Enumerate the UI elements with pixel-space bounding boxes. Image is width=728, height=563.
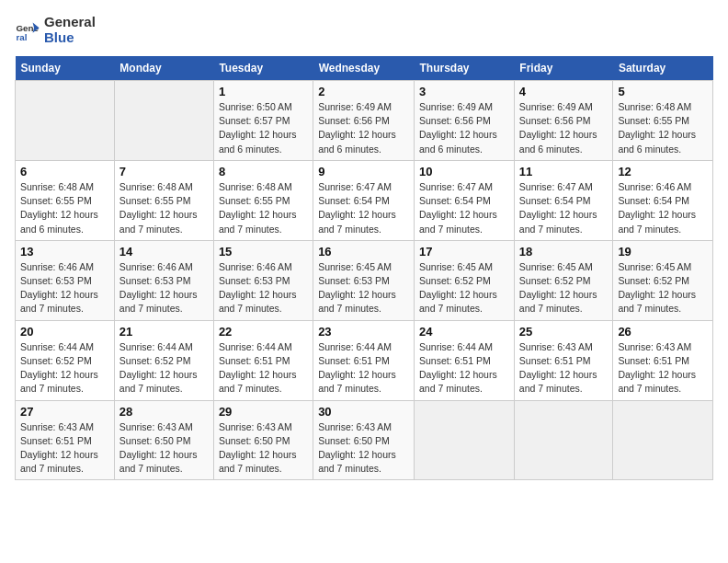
day-detail: Sunrise: 6:46 AM Sunset: 6:53 PM Dayligh… — [20, 260, 109, 316]
day-cell: 3Sunrise: 6:49 AM Sunset: 6:56 PM Daylig… — [415, 81, 515, 161]
day-number: 8 — [219, 165, 308, 178]
day-detail: Sunrise: 6:43 AM Sunset: 6:50 PM Dayligh… — [119, 420, 209, 477]
day-number: 2 — [318, 85, 409, 98]
day-cell: 6Sunrise: 6:48 AM Sunset: 6:55 PM Daylig… — [16, 160, 115, 240]
day-detail: Sunrise: 6:44 AM Sunset: 6:51 PM Dayligh… — [318, 340, 409, 396]
weekday-header-saturday: Saturday — [613, 56, 713, 81]
day-cell: 22Sunrise: 6:44 AM Sunset: 6:51 PM Dayli… — [213, 320, 313, 400]
day-number: 28 — [119, 405, 209, 419]
logo-general: General — [44, 15, 96, 30]
logo-icon: Gene ral — [15, 17, 40, 43]
day-detail: Sunrise: 6:43 AM Sunset: 6:51 PM Dayligh… — [519, 340, 609, 396]
day-cell: 19Sunrise: 6:45 AM Sunset: 6:52 PM Dayli… — [613, 240, 713, 320]
day-detail: Sunrise: 6:44 AM Sunset: 6:51 PM Dayligh… — [419, 340, 509, 396]
day-number: 4 — [519, 85, 609, 98]
logo-blue: Blue — [44, 30, 96, 46]
day-detail: Sunrise: 6:48 AM Sunset: 6:55 PM Dayligh… — [119, 180, 209, 236]
day-detail: Sunrise: 6:46 AM Sunset: 6:53 PM Dayligh… — [119, 260, 209, 316]
week-row-2: 6Sunrise: 6:48 AM Sunset: 6:55 PM Daylig… — [16, 160, 713, 240]
day-detail: Sunrise: 6:49 AM Sunset: 6:56 PM Dayligh… — [519, 100, 609, 156]
day-number: 23 — [318, 325, 409, 339]
day-number: 22 — [219, 325, 308, 339]
day-detail: Sunrise: 6:47 AM Sunset: 6:54 PM Dayligh… — [419, 180, 509, 236]
day-detail: Sunrise: 6:46 AM Sunset: 6:54 PM Dayligh… — [618, 180, 708, 236]
svg-text:ral: ral — [16, 32, 27, 42]
day-cell: 17Sunrise: 6:45 AM Sunset: 6:52 PM Dayli… — [415, 240, 515, 320]
day-detail: Sunrise: 6:48 AM Sunset: 6:55 PM Dayligh… — [20, 180, 109, 236]
day-detail: Sunrise: 6:45 AM Sunset: 6:52 PM Dayligh… — [618, 260, 708, 316]
day-detail: Sunrise: 6:45 AM Sunset: 6:52 PM Dayligh… — [519, 260, 609, 316]
day-cell: 1Sunrise: 6:50 AM Sunset: 6:57 PM Daylig… — [213, 81, 313, 161]
day-number: 21 — [119, 325, 209, 339]
day-number: 17 — [419, 245, 509, 259]
day-number: 20 — [20, 325, 109, 339]
day-cell: 25Sunrise: 6:43 AM Sunset: 6:51 PM Dayli… — [514, 320, 613, 400]
day-cell: 2Sunrise: 6:49 AM Sunset: 6:56 PM Daylig… — [313, 81, 415, 161]
week-row-4: 20Sunrise: 6:44 AM Sunset: 6:52 PM Dayli… — [16, 320, 713, 400]
day-cell: 15Sunrise: 6:46 AM Sunset: 6:53 PM Dayli… — [213, 240, 313, 320]
day-cell: 21Sunrise: 6:44 AM Sunset: 6:52 PM Dayli… — [114, 320, 213, 400]
day-cell: 29Sunrise: 6:43 AM Sunset: 6:50 PM Dayli… — [213, 400, 313, 480]
day-cell: 12Sunrise: 6:46 AM Sunset: 6:54 PM Dayli… — [613, 160, 713, 240]
day-detail: Sunrise: 6:45 AM Sunset: 6:53 PM Dayligh… — [318, 260, 409, 316]
day-cell — [114, 81, 213, 161]
day-detail: Sunrise: 6:49 AM Sunset: 6:56 PM Dayligh… — [419, 100, 509, 156]
day-number: 5 — [618, 85, 708, 98]
weekday-header-thursday: Thursday — [415, 56, 515, 81]
day-number: 26 — [618, 325, 708, 339]
day-number: 25 — [519, 325, 609, 339]
day-cell — [514, 400, 613, 480]
week-row-3: 13Sunrise: 6:46 AM Sunset: 6:53 PM Dayli… — [16, 240, 713, 320]
day-detail: Sunrise: 6:48 AM Sunset: 6:55 PM Dayligh… — [618, 100, 708, 156]
weekday-header-wednesday: Wednesday — [313, 56, 415, 81]
day-number: 13 — [20, 245, 109, 259]
day-detail: Sunrise: 6:43 AM Sunset: 6:51 PM Dayligh… — [20, 420, 109, 477]
day-cell: 10Sunrise: 6:47 AM Sunset: 6:54 PM Dayli… — [415, 160, 515, 240]
day-detail: Sunrise: 6:47 AM Sunset: 6:54 PM Dayligh… — [318, 180, 409, 236]
day-cell: 26Sunrise: 6:43 AM Sunset: 6:51 PM Dayli… — [613, 320, 713, 400]
weekday-header-sunday: Sunday — [16, 56, 115, 81]
day-number: 19 — [618, 245, 708, 259]
day-cell: 4Sunrise: 6:49 AM Sunset: 6:56 PM Daylig… — [514, 81, 613, 161]
logo: Gene ral General Blue — [15, 15, 96, 45]
day-detail: Sunrise: 6:45 AM Sunset: 6:52 PM Dayligh… — [419, 260, 509, 316]
day-number: 16 — [318, 245, 409, 259]
day-cell: 24Sunrise: 6:44 AM Sunset: 6:51 PM Dayli… — [415, 320, 515, 400]
day-cell: 27Sunrise: 6:43 AM Sunset: 6:51 PM Dayli… — [16, 400, 115, 480]
day-number: 9 — [318, 165, 409, 178]
day-detail: Sunrise: 6:49 AM Sunset: 6:56 PM Dayligh… — [318, 100, 409, 156]
day-number: 7 — [119, 165, 209, 178]
day-cell: 28Sunrise: 6:43 AM Sunset: 6:50 PM Dayli… — [114, 400, 213, 480]
day-number: 29 — [219, 405, 308, 419]
day-detail: Sunrise: 6:44 AM Sunset: 6:52 PM Dayligh… — [119, 340, 209, 396]
day-cell: 23Sunrise: 6:44 AM Sunset: 6:51 PM Dayli… — [313, 320, 415, 400]
day-cell — [613, 400, 713, 480]
day-number: 24 — [419, 325, 509, 339]
day-cell: 8Sunrise: 6:48 AM Sunset: 6:55 PM Daylig… — [213, 160, 313, 240]
day-cell: 20Sunrise: 6:44 AM Sunset: 6:52 PM Dayli… — [16, 320, 115, 400]
day-detail: Sunrise: 6:43 AM Sunset: 6:50 PM Dayligh… — [219, 420, 308, 477]
day-number: 1 — [219, 85, 308, 98]
week-row-5: 27Sunrise: 6:43 AM Sunset: 6:51 PM Dayli… — [16, 400, 713, 480]
day-number: 12 — [618, 165, 708, 178]
day-number: 10 — [419, 165, 509, 178]
day-detail: Sunrise: 6:50 AM Sunset: 6:57 PM Dayligh… — [219, 100, 308, 156]
day-cell: 18Sunrise: 6:45 AM Sunset: 6:52 PM Dayli… — [514, 240, 613, 320]
day-cell — [16, 81, 115, 161]
weekday-header-tuesday: Tuesday — [213, 56, 313, 81]
day-detail: Sunrise: 6:47 AM Sunset: 6:54 PM Dayligh… — [519, 180, 609, 236]
day-detail: Sunrise: 6:46 AM Sunset: 6:53 PM Dayligh… — [219, 260, 308, 316]
day-detail: Sunrise: 6:44 AM Sunset: 6:52 PM Dayligh… — [20, 340, 109, 396]
day-cell: 9Sunrise: 6:47 AM Sunset: 6:54 PM Daylig… — [313, 160, 415, 240]
day-detail: Sunrise: 6:43 AM Sunset: 6:50 PM Dayligh… — [318, 420, 409, 477]
day-number: 6 — [20, 165, 109, 178]
day-cell: 5Sunrise: 6:48 AM Sunset: 6:55 PM Daylig… — [613, 81, 713, 161]
day-number: 11 — [519, 165, 609, 178]
day-cell: 30Sunrise: 6:43 AM Sunset: 6:50 PM Dayli… — [313, 400, 415, 480]
day-detail: Sunrise: 6:48 AM Sunset: 6:55 PM Dayligh… — [219, 180, 308, 236]
day-number: 14 — [119, 245, 209, 259]
day-number: 27 — [20, 405, 109, 419]
header: Gene ral General Blue — [15, 15, 713, 45]
weekday-header-row: SundayMondayTuesdayWednesdayThursdayFrid… — [16, 56, 713, 81]
weekday-header-friday: Friday — [514, 56, 613, 81]
